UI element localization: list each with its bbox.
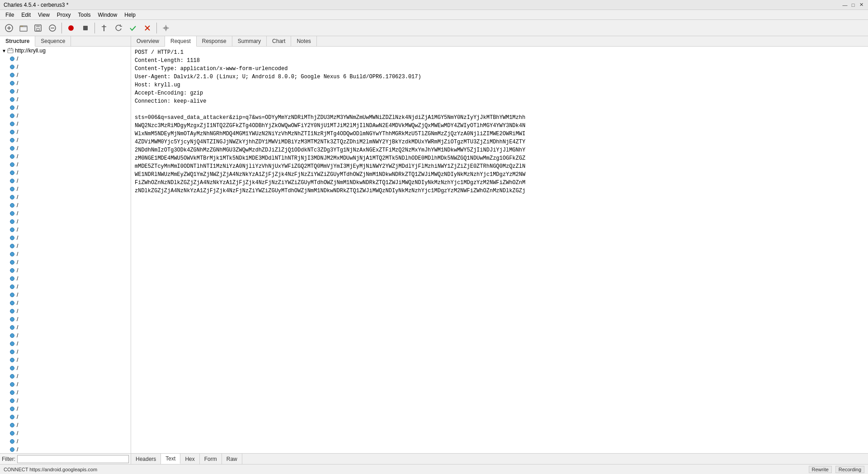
tab-structure[interactable]: Structure	[0, 36, 35, 47]
tree-node[interactable]: /	[0, 71, 131, 79]
new-session-button[interactable]	[3, 22, 15, 34]
header-line: Content-Length: 1118	[135, 57, 864, 65]
tree-node[interactable]: /	[0, 299, 131, 307]
tree-node[interactable]: /	[0, 258, 131, 266]
tree-node[interactable]: /	[0, 120, 131, 128]
bottom-tab-raw[interactable]: Raw	[222, 454, 242, 464]
clear-button[interactable]	[46, 22, 59, 34]
menu-item-view[interactable]: View	[34, 11, 53, 19]
tree-node[interactable]: /	[0, 283, 131, 291]
tree-node[interactable]: /	[0, 348, 131, 356]
tree-node[interactable]: /	[0, 79, 131, 87]
penknife-button[interactable]	[98, 22, 110, 34]
node-label: /	[17, 129, 18, 135]
node-circle-icon	[9, 178, 15, 184]
bottom-tab-form[interactable]: Form	[200, 454, 222, 464]
menu-item-tools[interactable]: Tools	[75, 11, 94, 19]
save-button[interactable]	[32, 22, 44, 34]
tree-node[interactable]: /	[0, 364, 131, 372]
tree-node[interactable]: /	[0, 177, 131, 185]
close-button[interactable]: ✕	[858, 2, 864, 8]
tree-node[interactable]: /	[0, 136, 131, 144]
tree-node[interactable]: /	[0, 63, 131, 71]
window-controls: — □ ✕	[842, 2, 864, 8]
tree-node[interactable]: /	[0, 429, 131, 437]
tree-node[interactable]: /	[0, 413, 131, 421]
tree-node[interactable]: /	[0, 193, 131, 201]
menu-item-window[interactable]: Window	[94, 11, 121, 19]
tab-sequence[interactable]: Sequence	[35, 36, 71, 46]
tree-node[interactable]: /	[0, 323, 131, 332]
tab-chart[interactable]: Chart	[267, 36, 291, 46]
tree-node[interactable]: /	[0, 397, 131, 405]
tree-node[interactable]: /	[0, 275, 131, 283]
tree-node[interactable]: /	[0, 250, 131, 258]
minimize-button[interactable]: —	[842, 2, 848, 8]
bottom-tab-text[interactable]: Text	[161, 454, 180, 464]
validate-button[interactable]	[127, 22, 139, 34]
tree-node[interactable]: /	[0, 315, 131, 323]
tree-node[interactable]: /	[0, 185, 131, 193]
tab-response[interactable]: Response	[197, 36, 232, 46]
tree-node[interactable]: /	[0, 340, 131, 348]
body-text: sts=006&q=saved_data_attacker&zip=q7&ws=…	[135, 114, 864, 195]
node-circle-icon	[9, 64, 15, 70]
tree-node[interactable]: /	[0, 209, 131, 218]
tree-node[interactable]: /	[0, 266, 131, 275]
tab-overview[interactable]: Overview	[131, 36, 165, 46]
tree-node[interactable]: /	[0, 161, 131, 169]
tree-node[interactable]: /	[0, 242, 131, 250]
tree-node[interactable]: /	[0, 389, 131, 397]
filter-input[interactable]	[17, 455, 129, 463]
node-label: /	[17, 365, 18, 371]
open-button[interactable]	[17, 22, 30, 34]
tree-node[interactable]: /	[0, 112, 131, 120]
tree-node[interactable]: /	[0, 169, 131, 177]
tree-node[interactable]: /	[0, 218, 131, 226]
stop-button[interactable]	[79, 22, 92, 34]
tree-node[interactable]: /	[0, 55, 131, 63]
rewrite-button[interactable]: Rewrite	[809, 466, 832, 473]
tree-node[interactable]: /	[0, 226, 131, 234]
tree-root-node[interactable]: ▼ http://kryll.ug	[0, 47, 131, 55]
maximize-button[interactable]: □	[850, 2, 856, 8]
refresh-button[interactable]	[112, 22, 125, 34]
tree-node[interactable]: /	[0, 421, 131, 429]
block-button[interactable]	[141, 22, 154, 34]
tree-node[interactable]: /	[0, 380, 131, 389]
tree-node[interactable]: /	[0, 405, 131, 413]
menu-item-edit[interactable]: Edit	[18, 11, 34, 19]
settings-button[interactable]	[160, 22, 172, 34]
tree-area[interactable]: ▼ http://kryll.ug //////////////////////…	[0, 47, 131, 453]
tree-node[interactable]: /	[0, 437, 131, 446]
recording-button[interactable]: Recording	[835, 466, 864, 473]
tree-node[interactable]: /	[0, 104, 131, 112]
tab-request[interactable]: Request	[165, 36, 197, 47]
menu-item-file[interactable]: File	[2, 11, 18, 19]
tree-node[interactable]: /	[0, 201, 131, 209]
bottom-tab-headers[interactable]: Headers	[131, 454, 161, 464]
node-label: /	[17, 292, 18, 298]
bottom-tab-hex[interactable]: Hex	[180, 454, 199, 464]
tree-node[interactable]: /	[0, 307, 131, 315]
tree-node[interactable]: /	[0, 128, 131, 136]
node-circle-icon	[9, 446, 15, 453]
tree-node[interactable]: /	[0, 291, 131, 299]
tree-node[interactable]: /	[0, 372, 131, 380]
tree-node[interactable]: /	[0, 152, 131, 161]
tab-summary[interactable]: Summary	[232, 36, 267, 46]
tree-node[interactable]: /	[0, 332, 131, 340]
tree-node[interactable]: /	[0, 144, 131, 152]
request-content[interactable]: POST / HTTP/1.1 Content-Length: 1118Cont…	[131, 47, 868, 453]
tree-node[interactable]: /	[0, 234, 131, 242]
tab-notes[interactable]: Notes	[291, 36, 316, 46]
tree-node[interactable]: /	[0, 356, 131, 364]
tree-node[interactable]: /	[0, 87, 131, 95]
tree-node[interactable]: /	[0, 95, 131, 104]
menu-item-proxy[interactable]: Proxy	[53, 11, 75, 19]
node-circle-icon	[9, 341, 15, 347]
node-circle-icon	[9, 153, 15, 160]
record-button[interactable]	[65, 22, 77, 34]
tree-node[interactable]: /	[0, 446, 131, 453]
menu-item-help[interactable]: Help	[121, 11, 139, 19]
